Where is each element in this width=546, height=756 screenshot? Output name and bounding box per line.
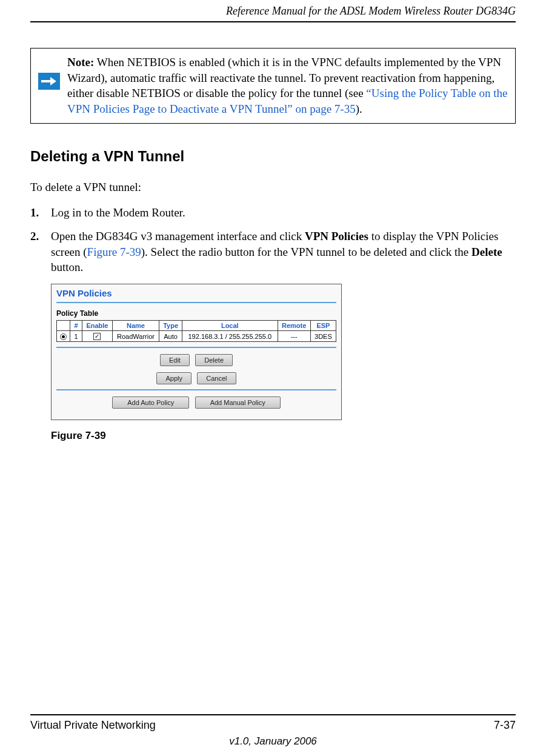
policy-enable-checkbox[interactable]: ✓ [82, 331, 113, 342]
checkbox-checked-icon: ✓ [93, 333, 101, 340]
policy-table-heading: Policy Table [56, 309, 336, 318]
edit-button[interactable]: Edit [160, 354, 190, 366]
panel-divider [56, 302, 336, 303]
delete-button[interactable]: Delete [195, 354, 233, 366]
col-esp: ESP [310, 321, 336, 331]
list-item: 2. Open the DG834G v3 management interfa… [30, 229, 516, 275]
col-remote: Remote [278, 321, 310, 331]
footer-chapter: Virtual Private Networking [30, 719, 156, 732]
step-body: Log in to the Modem Router. [51, 205, 516, 221]
policy-table: # Enable Name Type Local Remote ESP 1 ✓ … [56, 320, 336, 342]
step-number: 1. [30, 205, 51, 221]
list-item: 1. Log in to the Modem Router. [30, 205, 516, 221]
col-name: Name [112, 321, 159, 331]
vpn-policies-menu: VPN Policies [305, 230, 368, 243]
cell-esp: 3DES [310, 331, 336, 342]
section-heading: Deleting a VPN Tunnel [30, 148, 516, 165]
radio-selected-icon [60, 333, 67, 340]
note-body-2: ). [356, 102, 362, 115]
apply-button[interactable]: Apply [156, 372, 191, 384]
footer-rule [30, 714, 516, 715]
add-auto-policy-button[interactable]: Add Auto Policy [112, 396, 189, 409]
step-text: ). Select the radio button for the VPN t… [141, 246, 471, 258]
col-type: Type [159, 321, 182, 331]
button-row: Apply Cancel [56, 372, 336, 384]
button-row: Add Auto Policy Add Manual Policy [56, 396, 336, 409]
note-label: Note: [67, 56, 94, 69]
panel-title: VPN Policies [56, 288, 336, 298]
step-number: 2. [30, 229, 51, 275]
vpn-policies-panel: VPN Policies Policy Table # Enable Name … [51, 284, 342, 420]
step-text: Open the DG834G v3 management interface … [51, 230, 305, 243]
footer-version: v1.0, January 2006 [30, 735, 516, 748]
cell-num: 1 [70, 331, 82, 342]
policy-radio[interactable] [57, 331, 70, 342]
panel-divider [56, 389, 336, 390]
table-row: 1 ✓ RoadWarrior Auto 192.168.3.1 / 255.2… [57, 331, 336, 342]
cell-local: 192.168.3.1 / 255.255.255.0 [182, 331, 278, 342]
delete-button-ref: Delete [471, 246, 502, 258]
note-text: Note: When NETBIOS is enabled (which it … [67, 55, 508, 117]
figure-crossref-link[interactable]: Figure 7-39 [87, 246, 141, 258]
intro-paragraph: To delete a VPN tunnel: [30, 181, 516, 194]
figure-caption: Figure 7-39 [51, 430, 516, 442]
col-local: Local [182, 321, 278, 331]
running-header: Reference Manual for the ADSL Modem Wire… [30, 0, 516, 21]
step-text: button. [51, 261, 83, 273]
button-row: Edit Delete [56, 354, 336, 366]
cell-remote: --- [278, 331, 310, 342]
header-rule [30, 21, 516, 22]
note-box: Note: When NETBIOS is enabled (which it … [30, 48, 516, 124]
cancel-button[interactable]: Cancel [197, 372, 236, 384]
col-radio [57, 321, 70, 331]
note-icon-cell [38, 55, 67, 117]
cell-type: Auto [159, 331, 182, 342]
col-enable: Enable [82, 321, 113, 331]
table-header-row: # Enable Name Type Local Remote ESP [57, 321, 336, 331]
add-manual-policy-button[interactable]: Add Manual Policy [195, 396, 281, 409]
page-footer: Virtual Private Networking 7-37 v1.0, Ja… [30, 714, 516, 748]
cell-name: RoadWarrior [112, 331, 159, 342]
panel-divider [56, 347, 336, 348]
arrow-right-icon [38, 73, 60, 90]
figure: VPN Policies Policy Table # Enable Name … [51, 284, 516, 442]
footer-page-number: 7-37 [494, 719, 516, 732]
step-body: Open the DG834G v3 management interface … [51, 229, 516, 275]
col-num: # [70, 321, 82, 331]
